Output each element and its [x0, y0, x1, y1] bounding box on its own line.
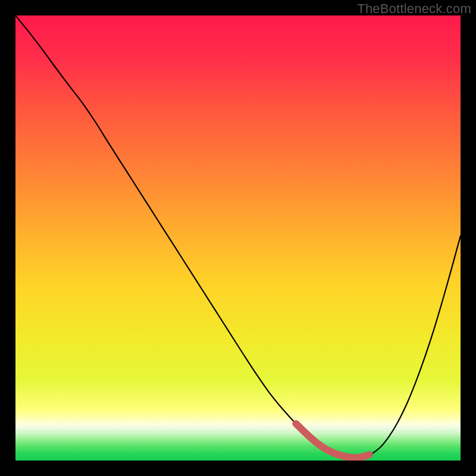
bottleneck-chart — [15, 15, 461, 461]
watermark-text: TheBottleneck.com — [357, 1, 471, 17]
gradient-background — [15, 15, 461, 461]
plot-svg — [15, 15, 461, 461]
